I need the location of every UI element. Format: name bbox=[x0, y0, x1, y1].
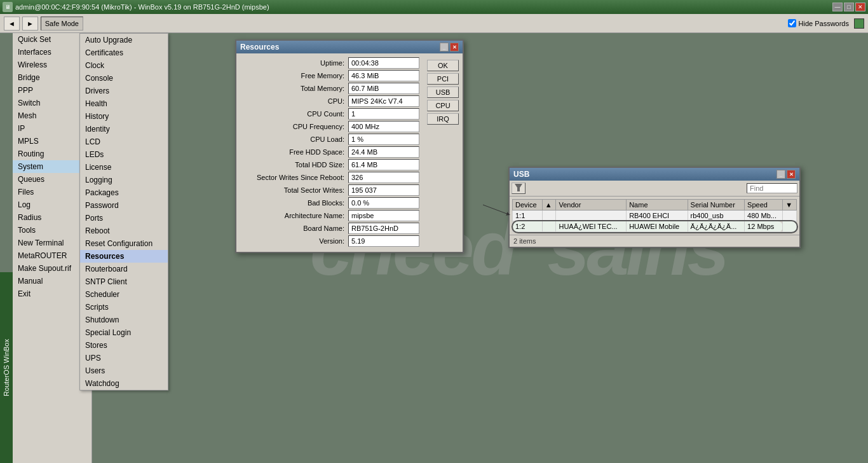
uptime-label: Uptime: bbox=[240, 59, 348, 67]
submenu-packages[interactable]: Packages bbox=[80, 186, 168, 199]
usb-table-container: Device ▲ Vendor Name Serial Number Speed… bbox=[510, 197, 799, 235]
usb-button[interactable]: USB bbox=[427, 86, 459, 98]
col-vendor[interactable]: Vendor bbox=[556, 200, 627, 211]
cpu-count-value: 1 bbox=[348, 108, 419, 120]
submenu-logging[interactable]: Logging bbox=[80, 174, 168, 186]
resources-content: Uptime: 00:04:38 Free Memory: 46.3 MiB T… bbox=[236, 53, 463, 252]
submenu-health[interactable]: Health bbox=[80, 97, 168, 110]
safe-mode-button[interactable]: Safe Mode bbox=[41, 17, 83, 31]
sector-writes-reboot-value: 326 bbox=[348, 172, 419, 183]
submenu-lcd[interactable]: LCD bbox=[80, 135, 168, 148]
submenu-reboot[interactable]: Reboot bbox=[80, 225, 168, 237]
minimize-button[interactable]: — bbox=[832, 3, 843, 11]
cpu-button[interactable]: CPU bbox=[427, 100, 459, 111]
submenu-shutdown[interactable]: Shutdown bbox=[80, 314, 168, 326]
free-memory-value: 46.3 MiB bbox=[348, 70, 419, 81]
board-name-value: RB751G-2HnD bbox=[348, 223, 419, 234]
usb-minimize-button[interactable]: _ bbox=[776, 170, 785, 179]
submenu-ports[interactable]: Ports bbox=[80, 212, 168, 225]
submenu-sntp-client[interactable]: SNTP Client bbox=[80, 275, 168, 288]
row1-serial: rb400_usb bbox=[688, 211, 745, 221]
hide-passwords-checkbox[interactable] bbox=[788, 19, 796, 27]
submenu-routerboard[interactable]: Routerboard bbox=[80, 263, 168, 275]
resource-row-total-hdd: Total HDD Size: 61.4 MB bbox=[240, 159, 419, 170]
row2-serial: Ä¿Ä¿Ä¿Ä¿Ä... bbox=[688, 221, 745, 232]
main-area: RouterOS WinBox Quick Set Interfaces Wir… bbox=[0, 33, 868, 463]
arch-name-value: mipsbe bbox=[348, 210, 419, 221]
submenu-history[interactable]: History bbox=[80, 110, 168, 123]
submenu-identity[interactable]: Identity bbox=[80, 123, 168, 135]
resources-window-title: Resources _ ✕ bbox=[236, 41, 463, 53]
app-icon: 🖥 bbox=[3, 2, 13, 12]
submenu-certificates[interactable]: Certificates bbox=[80, 46, 168, 59]
version-label: Version: bbox=[240, 237, 348, 245]
usb-table-body: 1:1 RB400 EHCI rb400_usb 480 Mb... 1:2 H… bbox=[513, 211, 797, 232]
row2-vendor: HUAÄ¿WEI TEC... bbox=[556, 221, 627, 232]
submenu-auto-upgrade[interactable]: Auto Upgrade bbox=[80, 34, 168, 46]
submenu-console[interactable]: Console bbox=[80, 72, 168, 85]
submenu-resources[interactable]: Resources bbox=[80, 250, 168, 263]
resource-row-free-hdd: Free HDD Space: 24.4 MB bbox=[240, 146, 419, 158]
resource-row-cpu-load: CPU Load: 1 % bbox=[240, 134, 419, 145]
color-indicator bbox=[854, 18, 864, 29]
row2-speed: 12 Mbps bbox=[745, 221, 783, 232]
irq-button[interactable]: IRQ bbox=[427, 113, 459, 125]
row2-name: HUAWEI Mobile bbox=[627, 221, 688, 232]
resources-close-button[interactable]: ✕ bbox=[450, 43, 459, 52]
cpu-load-value: 1 % bbox=[348, 134, 419, 145]
usb-search-input[interactable] bbox=[747, 183, 797, 193]
cpu-value: MIPS 24Kc V7.4 bbox=[348, 95, 419, 107]
resource-row-total-memory: Total Memory: 60.7 MiB bbox=[240, 83, 419, 94]
submenu-license[interactable]: License bbox=[80, 161, 168, 174]
submenu-ups[interactable]: UPS bbox=[80, 352, 168, 364]
col-speed[interactable]: Speed bbox=[745, 200, 783, 211]
col-device[interactable]: Device bbox=[513, 200, 543, 211]
col-expand[interactable]: ▼ bbox=[783, 200, 797, 211]
submenu-password[interactable]: Password bbox=[80, 199, 168, 212]
version-value: 5.19 bbox=[348, 235, 419, 247]
col-serial[interactable]: Serial Number bbox=[688, 200, 745, 211]
usb-table-header: Device ▲ Vendor Name Serial Number Speed… bbox=[513, 200, 797, 211]
maximize-button[interactable]: □ bbox=[844, 3, 854, 11]
total-sector-writes-value: 195 037 bbox=[348, 184, 419, 196]
resources-window: Resources _ ✕ Uptime: 00:04:38 Free Memo… bbox=[235, 39, 464, 253]
row1-vendor-blank bbox=[542, 211, 556, 221]
close-button[interactable]: ✕ bbox=[855, 3, 865, 11]
resource-row-bad-blocks: Bad Blocks: 0.0 % bbox=[240, 197, 419, 209]
submenu-users[interactable]: Users bbox=[80, 364, 168, 377]
svg-line-1 bbox=[483, 205, 508, 214]
pci-button[interactable]: PCI bbox=[427, 73, 459, 85]
resources-buttons: OK PCI USB CPU IRQ bbox=[423, 60, 459, 125]
submenu-scripts[interactable]: Scripts bbox=[80, 301, 168, 314]
submenu-watchdog[interactable]: Watchdog bbox=[80, 377, 168, 390]
submenu-leds[interactable]: LEDs bbox=[80, 148, 168, 161]
submenu-clock[interactable]: Clock bbox=[80, 59, 168, 72]
usb-close-button[interactable]: ✕ bbox=[787, 170, 796, 179]
col-name[interactable]: Name bbox=[627, 200, 688, 211]
row1-vendor bbox=[556, 211, 627, 221]
free-hdd-value: 24.4 MB bbox=[348, 146, 419, 158]
resource-rows: Uptime: 00:04:38 Free Memory: 46.3 MiB T… bbox=[240, 57, 419, 248]
submenu-stores[interactable]: Stores bbox=[80, 339, 168, 352]
col-sort-indicator: ▲ bbox=[542, 200, 556, 211]
submenu-special-login[interactable]: Special Login bbox=[80, 326, 168, 339]
submenu-drivers[interactable]: Drivers bbox=[80, 85, 168, 97]
submenu-reset-config[interactable]: Reset Configuration bbox=[80, 237, 168, 250]
cpu-freq-value: 400 MHz bbox=[348, 121, 419, 132]
resources-minimize-button[interactable]: _ bbox=[440, 43, 449, 52]
back-button[interactable]: ◄ bbox=[4, 17, 20, 31]
usb-filter-button[interactable] bbox=[512, 183, 526, 194]
forward-button[interactable]: ► bbox=[22, 17, 38, 31]
table-row: 1:1 RB400 EHCI rb400_usb 480 Mb... bbox=[513, 211, 797, 221]
submenu-scheduler[interactable]: Scheduler bbox=[80, 288, 168, 301]
toolbar: ◄ ► Safe Mode Hide Passwords bbox=[0, 14, 868, 33]
row1-name: RB400 EHCI bbox=[627, 211, 688, 221]
sidebar-vertical-strip: RouterOS WinBox bbox=[0, 272, 13, 463]
resource-row-sector-writes-reboot: Sector Writes Since Reboot: 326 bbox=[240, 172, 419, 183]
window-title: admin@00:0C:42:F9:90:54 (MikroTik) - Win… bbox=[15, 3, 269, 11]
system-submenu: Auto Upgrade Certificates Clock Console … bbox=[79, 33, 168, 390]
ok-button[interactable]: OK bbox=[427, 60, 459, 71]
bad-blocks-label: Bad Blocks: bbox=[240, 199, 348, 207]
sidebar-vertical-text: RouterOS WinBox bbox=[3, 339, 10, 396]
svg-marker-0 bbox=[515, 184, 522, 191]
